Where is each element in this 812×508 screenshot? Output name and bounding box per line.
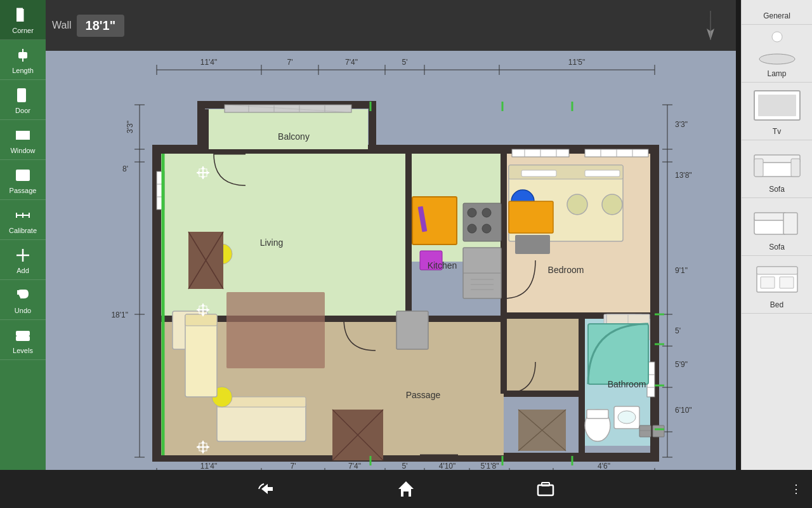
bottom-bar: ⋮ — [0, 470, 812, 508]
add-icon — [13, 245, 33, 265]
svg-point-150 — [468, 224, 476, 233]
undo-label: Undo — [15, 307, 31, 314]
svg-rect-97 — [206, 109, 368, 149]
svg-rect-36 — [757, 267, 797, 274]
home-button[interactable] — [393, 476, 419, 502]
kitchen-label: Kitchen — [428, 260, 457, 271]
tv-preview — [752, 86, 802, 124]
svg-rect-34 — [783, 213, 797, 234]
more-button[interactable]: ⋮ — [790, 482, 802, 496]
svg-point-149 — [482, 208, 491, 217]
svg-rect-167 — [509, 201, 553, 233]
furniture-lamp[interactable]: Lamp — [742, 25, 812, 83]
svg-rect-173 — [588, 324, 648, 384]
svg-point-169 — [602, 194, 622, 215]
svg-rect-170 — [515, 235, 550, 254]
svg-text:8': 8' — [122, 164, 128, 173]
svg-rect-33 — [754, 213, 786, 220]
door-tool[interactable]: Door — [0, 80, 46, 120]
passage-icon — [13, 165, 33, 185]
svg-text:4'6": 4'6" — [598, 462, 610, 470]
length-label: Length — [12, 67, 34, 74]
svg-text:11'4": 11'4" — [200, 462, 218, 470]
svg-text:5'1'8": 5'1'8" — [481, 462, 499, 470]
right-panel: General Lamp Tv Sofa — [741, 0, 812, 470]
balcony-label: Balcony — [278, 131, 310, 142]
corner-icon — [13, 5, 33, 25]
passage-tool[interactable]: Passage — [0, 160, 46, 200]
svg-point-177 — [618, 411, 636, 424]
levels-tool[interactable]: Levels — [0, 320, 46, 360]
svg-rect-31 — [791, 159, 800, 177]
svg-rect-221 — [538, 485, 553, 495]
svg-rect-27 — [758, 95, 796, 116]
svg-text:7'4": 7'4" — [345, 58, 358, 67]
svg-rect-19 — [16, 337, 29, 340]
svg-text:18'1": 18'1" — [111, 311, 128, 319]
door-icon — [13, 85, 33, 105]
svg-rect-181 — [396, 311, 428, 349]
furniture-sofa2[interactable]: Sofa — [742, 198, 812, 256]
svg-rect-180 — [653, 425, 664, 437]
svg-text:5'9": 5'9" — [675, 360, 688, 369]
calibrate-label: Calibrate — [9, 227, 37, 234]
recents-button[interactable] — [533, 476, 558, 502]
svg-text:7'4": 7'4" — [348, 462, 361, 470]
window-icon — [13, 125, 33, 145]
corner-label: Corner — [12, 27, 34, 34]
compass — [698, 10, 723, 41]
svg-rect-37 — [761, 277, 775, 288]
corner-tool[interactable]: Corner — [0, 0, 46, 40]
svg-text:6'10": 6'10" — [675, 406, 692, 415]
levels-label: Levels — [13, 347, 33, 354]
svg-rect-12 — [20, 173, 25, 175]
tv-label: Tv — [773, 127, 781, 136]
svg-text:9'1": 9'1" — [675, 266, 688, 275]
svg-point-168 — [567, 194, 587, 215]
svg-point-148 — [468, 208, 476, 217]
svg-rect-141 — [185, 314, 217, 397]
undo-icon — [13, 285, 33, 305]
svg-text:5': 5' — [402, 462, 408, 470]
svg-rect-102 — [504, 316, 582, 392]
svg-point-24 — [759, 54, 795, 64]
calibrate-tool[interactable]: Calibrate — [0, 200, 46, 240]
lamp-label: Lamp — [767, 69, 786, 78]
svg-rect-175 — [587, 410, 608, 418]
undo-tool[interactable]: Undo — [0, 280, 46, 320]
svg-marker-220 — [398, 481, 414, 497]
svg-rect-147 — [463, 203, 501, 241]
living-label: Living — [260, 237, 284, 248]
calibrate-icon — [13, 205, 33, 225]
svg-rect-30 — [754, 159, 763, 177]
window-label: Window — [10, 147, 35, 154]
bathroom-label: Bathroom — [608, 379, 646, 389]
svg-text:5': 5' — [675, 326, 681, 335]
canvas-area[interactable]: 11'4" 7' 7'4" 5' 11'5" 3'3" 8' 18'1" 3'3… — [46, 51, 736, 470]
furniture-sofa1[interactable]: Sofa — [742, 140, 812, 198]
svg-rect-157 — [412, 197, 457, 244]
passage-label: Passage — [10, 187, 37, 194]
svg-text:13'8": 13'8" — [675, 171, 692, 180]
furniture-tv[interactable]: Tv — [742, 83, 812, 140]
svg-text:4'10": 4'10" — [439, 462, 456, 470]
svg-text:3'3": 3'3" — [675, 120, 688, 129]
window-tool[interactable]: Window — [0, 120, 46, 160]
furniture-bed[interactable]: Bed — [742, 256, 812, 314]
wall-value: 18'1" — [77, 15, 125, 37]
length-tool[interactable]: Length — [0, 40, 46, 80]
svg-rect-178 — [639, 425, 651, 437]
svg-rect-222 — [542, 483, 549, 486]
svg-rect-163 — [585, 170, 620, 177]
sofa2-preview — [752, 202, 802, 240]
lamp-preview — [752, 29, 802, 67]
passage-label: Passage — [406, 390, 441, 400]
add-label: Add — [16, 267, 29, 274]
wall-label: Wall — [52, 20, 72, 31]
top-bar: Wall 18'1" — [46, 0, 736, 51]
add-tool[interactable]: Add — [0, 240, 46, 280]
general-label: General — [763, 11, 790, 20]
sofa1-preview — [752, 144, 802, 182]
back-button[interactable] — [254, 476, 279, 502]
furniture-general: General — [742, 5, 812, 25]
